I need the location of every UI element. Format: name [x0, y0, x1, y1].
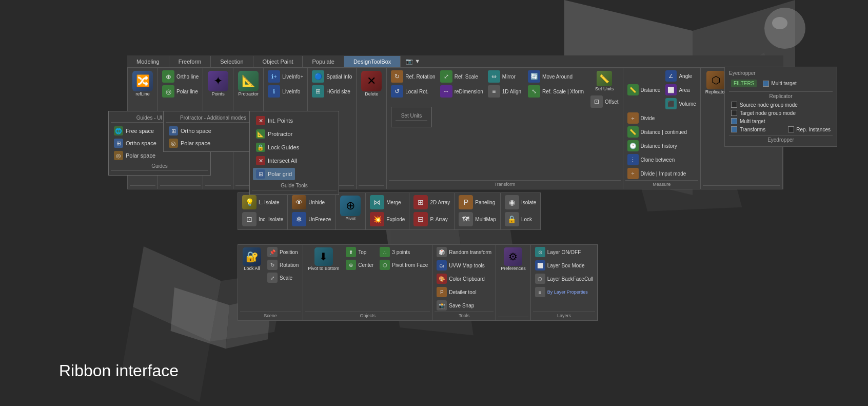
tab-object-paint[interactable]: Object Paint	[253, 56, 303, 67]
layer-backface-cull-button[interactable]: ⬡ Layer BackFaceCull	[533, 273, 595, 285]
transforms-checkbox[interactable]	[731, 126, 737, 132]
paneling-button[interactable]: P Paneling	[457, 194, 497, 210]
tab-modeling[interactable]: Modeling	[127, 56, 169, 67]
by-layer-properties-button[interactable]: ≡ By Layer Properties	[533, 286, 590, 298]
multi-target-rep-checkbox[interactable]	[731, 118, 737, 124]
clone-between-button[interactable]: ⋮ Clone between	[625, 153, 677, 166]
replicator-group-label	[703, 185, 780, 187]
tab-freeform[interactable]: Freeform	[169, 56, 211, 67]
distance-button[interactable]: 📏 Distance	[625, 69, 663, 110]
area-button[interactable]: ⬜ Area	[663, 83, 698, 96]
refline-button[interactable]: 🔀 refLine	[130, 69, 155, 98]
offset-button[interactable]: ⊡ Offset	[588, 94, 621, 109]
pivot-from-face-button[interactable]: ⬡ Pivot from Face	[378, 259, 430, 271]
delete-button[interactable]: ✕ Delete	[359, 69, 384, 98]
rep-instances-checkbox[interactable]	[788, 126, 794, 132]
ortho-line-button[interactable]: ⊕ Ortho line	[160, 69, 201, 84]
points-button[interactable]: ✦ Points	[205, 69, 231, 98]
points-group-label	[205, 185, 231, 187]
lock-button[interactable]: 🔒 Lock	[503, 211, 534, 227]
protractor-polar-space[interactable]: ◎ Polar space	[166, 137, 261, 149]
top-button[interactable]: ⬆ Top	[344, 246, 376, 258]
ref-scale-xform-button[interactable]: ⤡ Ref. Scale | Xform	[526, 84, 586, 99]
pivot-button[interactable]: ⊕ Pivot	[338, 194, 363, 223]
set-units-title: Set Units	[396, 111, 427, 121]
multi-target-checkbox[interactable]	[763, 81, 769, 87]
unhide-button[interactable]: 👁 Unhide	[290, 194, 327, 210]
inc-isolate-button[interactable]: ⊡ Inc. Isolate	[240, 211, 285, 227]
divide-button[interactable]: ÷ Divide	[625, 111, 657, 125]
volume-button[interactable]: ⬛ Volume	[663, 97, 698, 110]
position-button[interactable]: 📌 Position	[265, 246, 301, 258]
measure-group-label: Measure	[625, 180, 698, 187]
preferences-button[interactable]: ⚙ Preferences	[498, 246, 528, 273]
liveinfo-plus-button[interactable]: ℹ+ LiveInfo+	[266, 69, 305, 84]
isolate-button[interactable]: ◉ Isolate	[503, 194, 538, 210]
2d-array-button[interactable]: ⊞ 2D Array	[411, 194, 452, 210]
center-button[interactable]: ⊕ Center	[344, 259, 376, 271]
gt-polar-grid[interactable]: ⊞ Polar grid	[253, 168, 295, 180]
rotation-button[interactable]: ↻ Rotation	[265, 259, 301, 271]
source-node-check-row[interactable]: Source node group mode	[729, 101, 833, 109]
hgrid-size-button[interactable]: ⊞ HGrid size	[310, 84, 352, 99]
rep-instances-check-row[interactable]: Rep. Instances	[788, 126, 831, 132]
ref-rotation-button[interactable]: ↻ Ref. Rotation	[389, 69, 437, 84]
scale-button[interactable]: ⤢ Scale	[265, 272, 301, 284]
gt-protractor[interactable]: 📐 Protractor	[253, 128, 295, 140]
detailer-tool-button[interactable]: P Detailer tool	[435, 286, 478, 298]
explode-button[interactable]: 💥 Explode	[368, 211, 407, 227]
polar-line-button[interactable]: ◎ Polar line	[160, 84, 200, 99]
pivot-to-bottom-button[interactable]: ⬇ Pivot to Bottom	[305, 246, 342, 273]
preferences-group: ⚙ Preferences	[496, 245, 531, 320]
unfreeze-button[interactable]: ❄ UnFreeze	[290, 211, 333, 227]
redimension-button[interactable]: ↔ reDimension	[438, 84, 485, 99]
multi-target-rep-check-row[interactable]: Multi target	[729, 117, 833, 125]
random-transform-button[interactable]: 🎲 Random transform	[435, 246, 494, 258]
color-clipboard-button[interactable]: 🎨 Color Clipboard	[435, 273, 486, 285]
protractor-dropdown: Protractor - Additional modes ⊞ Ortho sp…	[163, 111, 263, 152]
local-rot-button[interactable]: ↺ Local Rot.	[389, 84, 437, 99]
angle-button[interactable]: ∠ Angle	[663, 69, 698, 83]
protractor-button[interactable]: 📐 Protractor	[235, 69, 261, 98]
spatial-info-button[interactable]: 🔵 Spatial Info	[310, 69, 354, 84]
target-node-checkbox[interactable]	[731, 110, 737, 116]
transforms-check-row[interactable]: Transforms	[731, 126, 765, 132]
refline-group-label	[130, 185, 155, 187]
lock-all-button[interactable]: 🔐 Lock All	[240, 246, 264, 273]
protractor-ortho-space[interactable]: ⊞ Ortho space	[166, 125, 261, 137]
liveinfo-button[interactable]: ℹ LiveInfo	[266, 84, 302, 99]
unhide-group: 👁 Unhide ❄ UnFreeze	[288, 193, 336, 229]
lines-group-label	[160, 185, 201, 187]
mirror-button[interactable]: ⇔ Mirror	[486, 69, 523, 84]
tab-populate[interactable]: Populate	[303, 56, 344, 67]
filters-button[interactable]: FILTERS	[729, 79, 759, 88]
distance-continued-button[interactable]: 📏 Distance | continued	[625, 125, 689, 139]
distance-history-button[interactable]: 🕐 Distance history	[625, 139, 679, 152]
guides-section-label: Guides	[111, 162, 208, 171]
source-node-checkbox[interactable]	[731, 102, 737, 108]
3-points-button[interactable]: ∴ 3 points	[378, 246, 430, 258]
save-snap-button[interactable]: 📸 Save Snap	[435, 299, 476, 312]
merge-button[interactable]: ⋈ Merge	[368, 194, 403, 210]
divide-imput-button[interactable]: ÷ Divide | Imput mode	[625, 167, 688, 180]
gt-int-points[interactable]: ✕ Int. Points	[253, 114, 296, 127]
move-around-button[interactable]: 🔄 Move Around	[526, 69, 586, 84]
target-node-check-row[interactable]: Target node group mode	[729, 109, 833, 117]
uvw-map-tools-button[interactable]: 🗂 UVW Map tools	[435, 259, 486, 272]
set-units-button[interactable]: 📏 Set Units	[588, 69, 621, 93]
tab-selection[interactable]: Selection	[211, 56, 253, 67]
layer-on-off-button[interactable]: ⊙ Layer ON/OFF	[533, 246, 583, 258]
multi-target-check-row[interactable]: Multi target	[763, 81, 796, 87]
1d-align-button[interactable]: ≡ 1D Align	[486, 84, 523, 99]
delete-group-label	[359, 185, 384, 187]
p-array-button[interactable]: ⊟ P. Array	[411, 211, 449, 227]
gt-lock-guides[interactable]: 🔒 Lock Guides	[253, 141, 302, 153]
svg-point-9	[764, 8, 805, 49]
tab-design-toolbox[interactable]: DesignToolBox	[344, 56, 401, 67]
layer-box-mode-button[interactable]: ⬜ Layer Box Mode	[533, 259, 587, 272]
ref-scale-button[interactable]: ⤢ Ref. Scale	[438, 69, 485, 84]
multimap-button[interactable]: 🗺 MultiMap	[457, 211, 498, 227]
gt-intersect-all[interactable]: ✕ Intersect All	[253, 154, 300, 167]
l-isolate-button[interactable]: 💡 L. Isolate	[240, 194, 282, 210]
tab-camera[interactable]: 📷 ▼	[401, 55, 425, 67]
